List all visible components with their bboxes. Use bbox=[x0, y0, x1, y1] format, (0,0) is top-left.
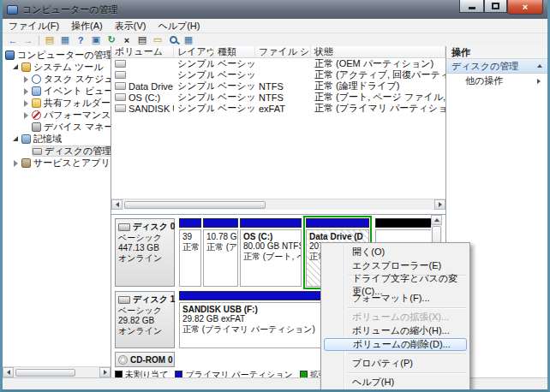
partition-recovery[interactable]: 10.78 GB 正常 (アクテ bbox=[203, 218, 238, 287]
tree-item-task-scheduler[interactable]: タスク スケジューラ bbox=[5, 73, 111, 85]
disk1-descriptor[interactable]: ディスク 1 ベーシック 29.82 GB オンライン bbox=[115, 291, 175, 348]
unallocated-strip bbox=[375, 218, 433, 228]
column-type[interactable]: 種類 bbox=[214, 46, 255, 57]
open-icon[interactable]: ▭ bbox=[151, 34, 164, 46]
menu-item-explorer[interactable]: エクスプローラー(E) bbox=[324, 259, 467, 272]
console-tree-icon[interactable]: ▦ bbox=[58, 34, 72, 46]
menu-action[interactable]: 操作(A) bbox=[65, 19, 109, 33]
collapse-icon[interactable] bbox=[22, 111, 30, 119]
more-actions-item[interactable]: 他の操作 bbox=[446, 74, 547, 88]
scrollbar-thumb[interactable] bbox=[124, 201, 266, 209]
menu-item-shrink-volume[interactable]: ボリュームの縮小(H)... bbox=[324, 324, 467, 337]
device-manager-icon bbox=[32, 122, 41, 132]
computer-icon bbox=[5, 50, 15, 60]
back-icon[interactable]: ← bbox=[6, 34, 20, 46]
unallocated-swatch bbox=[115, 371, 123, 377]
primary-partition-strip bbox=[203, 218, 238, 228]
volume-row[interactable]: SANDISK US... シンプル ベーシック exFAT 正常 (プライマリ… bbox=[111, 103, 445, 114]
disk0-descriptor[interactable]: ディスク 0 ベーシック 447.13 GB オンライン bbox=[115, 218, 175, 287]
forward-icon[interactable]: → bbox=[21, 34, 35, 46]
tree-item-disk-management[interactable]: ディスクの管理 bbox=[5, 145, 111, 157]
menu-separator bbox=[348, 307, 466, 308]
disk-icon bbox=[118, 296, 130, 304]
submenu-arrow-icon bbox=[537, 79, 541, 84]
column-volume[interactable]: ボリューム bbox=[111, 46, 174, 57]
extended-partition-swatch bbox=[300, 371, 308, 377]
properties-icon[interactable]: ▤ bbox=[135, 34, 149, 46]
tree-item-shared-folders[interactable]: 共有フォルダー bbox=[5, 97, 111, 109]
export-list-icon[interactable]: ▤ bbox=[43, 34, 57, 46]
scrollbar-thumb[interactable] bbox=[15, 369, 75, 377]
scroll-left-icon[interactable] bbox=[111, 199, 123, 210]
menu-file[interactable]: ファイル(F) bbox=[3, 19, 65, 33]
storage-icon bbox=[21, 134, 31, 144]
volume-list: ボリューム レイアウト 種類 ファイル システム 状態 シンプル ベーシック 正… bbox=[111, 46, 445, 199]
tree-horizontal-scrollbar[interactable] bbox=[3, 366, 111, 377]
performance-icon bbox=[32, 110, 41, 120]
app-icon bbox=[7, 5, 18, 15]
partition-oem[interactable]: 39 正常 bbox=[179, 218, 201, 287]
disk-icon bbox=[118, 223, 130, 231]
scroll-left-icon[interactable] bbox=[3, 367, 14, 377]
volume-list-header: ボリューム レイアウト 種類 ファイル システム 状態 bbox=[111, 46, 445, 58]
primary-partition-swatch bbox=[175, 371, 182, 377]
scroll-right-icon[interactable] bbox=[99, 367, 111, 377]
title-bar[interactable]: コンピューターの管理 × bbox=[0, 0, 550, 19]
close-button[interactable]: × bbox=[507, 0, 543, 15]
primary-partition-strip bbox=[179, 218, 201, 228]
tree-item-storage[interactable]: 記憶域 bbox=[5, 133, 111, 145]
menu-item-open[interactable]: 開く(O) bbox=[324, 246, 467, 258]
column-status[interactable]: 状態 bbox=[311, 46, 445, 57]
tree-item-computer-management[interactable]: コンピューターの管理 (ローカ bbox=[5, 49, 111, 61]
tree-item-services-applications[interactable]: サービスとアプリケーショ bbox=[5, 157, 111, 169]
menu-item-properties[interactable]: プロパティ(P) bbox=[324, 357, 467, 370]
cdrom-descriptor[interactable]: CD-ROM 0 bbox=[115, 352, 175, 367]
system-tools-icon bbox=[21, 62, 31, 72]
collapse-icon[interactable] bbox=[22, 87, 30, 95]
menu-help[interactable]: ヘルプ(H) bbox=[152, 19, 206, 33]
settings-icon[interactable]: ▦ bbox=[182, 34, 195, 46]
menu-view[interactable]: 表示(V) bbox=[109, 19, 152, 33]
menu-item-change-drive-letter[interactable]: ドライブ文字とパスの変更(C)... bbox=[324, 278, 467, 291]
column-filesystem[interactable]: ファイル システム bbox=[255, 46, 311, 57]
menu-separator bbox=[348, 372, 466, 373]
computer-management-window: コンピューターの管理 × ファイル(F) 操作(A) 表示(V) ヘルプ(H) … bbox=[0, 0, 550, 392]
collapse-icon[interactable] bbox=[22, 99, 30, 107]
tree-item-event-viewer[interactable]: イベント ビューアー bbox=[5, 85, 111, 97]
volume-list-horizontal-scrollbar[interactable] bbox=[111, 199, 445, 210]
collapse-icon[interactable] bbox=[12, 159, 20, 167]
menu-item-extend-volume: ボリュームの拡張(X)... bbox=[324, 311, 467, 324]
volume-icon bbox=[115, 82, 126, 90]
disk-management-icon bbox=[33, 148, 42, 155]
actions-header: 操作 bbox=[446, 46, 547, 59]
help-icon[interactable]: ? bbox=[74, 34, 87, 46]
expand-icon[interactable] bbox=[12, 135, 20, 143]
tree-item-device-manager[interactable]: デバイス マネージャー bbox=[5, 121, 111, 133]
volume-icon bbox=[115, 93, 126, 101]
collapse-group-icon[interactable] bbox=[537, 64, 542, 68]
refresh-icon[interactable]: ↻ bbox=[105, 34, 118, 46]
column-layout[interactable]: レイアウト bbox=[174, 46, 214, 57]
logical-drive-strip bbox=[306, 218, 369, 228]
tree-item-performance[interactable]: パフォーマンス bbox=[5, 109, 111, 121]
tree-item-system-tools[interactable]: システム ツール bbox=[5, 61, 111, 73]
menu-separator bbox=[348, 353, 466, 354]
delete-icon[interactable]: × bbox=[120, 34, 134, 46]
scroll-up-icon[interactable] bbox=[431, 215, 442, 225]
maximize-button[interactable] bbox=[484, 0, 507, 13]
scroll-right-icon[interactable] bbox=[434, 199, 445, 210]
search-icon[interactable] bbox=[166, 34, 180, 46]
menu-item-format[interactable]: フォーマット(F)... bbox=[324, 292, 467, 305]
action-pane-icon[interactable]: ▣ bbox=[89, 34, 103, 46]
expand-icon[interactable] bbox=[12, 63, 20, 71]
event-viewer-icon bbox=[32, 86, 41, 96]
task-scheduler-icon bbox=[32, 74, 41, 84]
console-tree: コンピューターの管理 (ローカ システム ツール タスク スケジューラ イベント… bbox=[3, 46, 111, 377]
collapse-icon[interactable] bbox=[22, 75, 30, 83]
partition-os-c[interactable]: OS (C:) 80.00 GB NTFS 正常 (ブート, ペ bbox=[240, 218, 302, 287]
actions-group-disk-management[interactable]: ディスクの管理 bbox=[446, 59, 547, 74]
cd-icon bbox=[118, 355, 128, 365]
menu-item-help[interactable]: ヘルプ(H) bbox=[324, 376, 467, 389]
menu-item-delete-volume[interactable]: ボリュームの削除(D)... bbox=[324, 338, 467, 351]
minimize-button[interactable] bbox=[459, 0, 484, 13]
